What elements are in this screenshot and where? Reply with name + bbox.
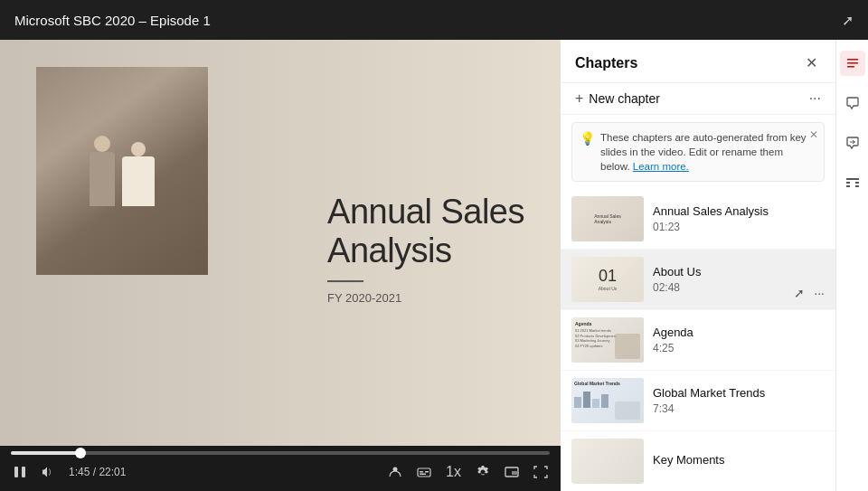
time-display: 1:45 / 22:01: [69, 466, 126, 478]
volume-button[interactable]: [40, 463, 58, 481]
chapters-panel: Chapters ✕ + New chapter ··· 💡 These cha…: [561, 40, 835, 491]
slide-image: Annual Sales Analysis FY 2020-2021: [0, 40, 561, 446]
svg-rect-10: [847, 62, 858, 64]
header: Microsoft SBC 2020 – Episode 1 ➚: [0, 0, 868, 40]
video-content[interactable]: Annual Sales Analysis FY 2020-2021: [0, 40, 561, 446]
slide-text: Annual Sales Analysis FY 2020-2021: [327, 193, 524, 305]
chapter-item[interactable]: Key Moments: [561, 431, 835, 491]
svg-rect-8: [512, 471, 517, 475]
svg-rect-15: [850, 182, 855, 187]
svg-rect-1: [22, 467, 25, 477]
comments-icon-button[interactable]: [840, 90, 865, 116]
svg-rect-11: [847, 66, 854, 68]
learn-more-link[interactable]: Learn more.: [633, 161, 689, 172]
chapter-item[interactable]: Agenda 01 2021 Market trends 02 Products…: [561, 310, 835, 371]
video-title: Microsoft SBC 2020 – Episode 1: [14, 13, 211, 28]
chapters-close-button[interactable]: ✕: [802, 52, 821, 73]
progress-thumb: [75, 448, 86, 458]
chapter-name: About Us: [653, 265, 825, 279]
svg-rect-5: [425, 471, 429, 473]
sidebar-icons: [835, 40, 868, 491]
info-banner: 💡 These chapters are auto-generated from…: [571, 122, 825, 182]
slide-subtitle: FY 2020-2021: [327, 291, 524, 305]
chapters-list: Annual SalesAnalysis Annual Sales Analys…: [561, 189, 835, 491]
svg-rect-6: [420, 474, 426, 476]
chapter-actions: ➚ ···: [792, 284, 826, 302]
chapter-thumb: Annual SalesAnalysis: [571, 196, 644, 241]
chapter-name: Global Market Trends: [653, 386, 825, 400]
chapter-name: Annual Sales Analysis: [653, 204, 825, 218]
add-chapter-row[interactable]: + New chapter ···: [561, 83, 835, 115]
main-area: Annual Sales Analysis FY 2020-2021: [0, 40, 868, 491]
controls-right: 1x: [386, 462, 550, 482]
chapter-more-button[interactable]: ···: [812, 284, 826, 302]
slide-main-title: Annual Sales Analysis: [327, 193, 524, 271]
chapter-thumb: [571, 439, 644, 484]
right-panel: Chapters ✕ + New chapter ··· 💡 These cha…: [561, 40, 868, 491]
chapter-thumb: Global Market Trends: [571, 378, 644, 423]
chapter-time: 4:25: [653, 342, 825, 354]
chapters-header-actions: ✕: [802, 52, 821, 73]
svg-rect-4: [420, 471, 423, 473]
chapter-time: 7:34: [653, 402, 825, 415]
captions-button[interactable]: [415, 463, 433, 481]
chapter-thumb: Agenda 01 2021 Market trends 02 Products…: [571, 317, 644, 363]
svg-rect-12: [846, 178, 859, 180]
chapters-title: Chapters: [575, 55, 637, 71]
chapter-item[interactable]: 01 About Us About Us 02:48 ➚ ···: [561, 250, 835, 310]
controls-left: 1:45 / 22:01: [11, 463, 126, 481]
chapter-thumb: 01 About Us: [571, 257, 644, 302]
controls-row: 1:45 / 22:01: [11, 462, 550, 482]
speed-button[interactable]: 1x: [444, 462, 463, 482]
progress-bar[interactable]: [11, 451, 550, 455]
share-icon[interactable]: ➚: [842, 12, 854, 29]
pip-button[interactable]: [503, 463, 521, 481]
svg-rect-0: [14, 467, 18, 477]
chapter-name: Key Moments: [653, 453, 825, 467]
info-banner-close-button[interactable]: ✕: [809, 128, 818, 141]
svg-rect-9: [847, 59, 858, 61]
settings-button[interactable]: [474, 463, 492, 481]
chapter-info: Annual Sales Analysis 01:23: [653, 204, 825, 233]
add-chapter-plus-icon: +: [575, 90, 583, 107]
chapters-icon-button[interactable]: [840, 51, 865, 76]
fullscreen-button[interactable]: [532, 463, 550, 481]
chapter-share-button[interactable]: ➚: [792, 284, 807, 302]
slide-photo: [36, 67, 208, 275]
progress-fill: [11, 451, 80, 455]
chapter-item[interactable]: Annual SalesAnalysis Annual Sales Analys…: [561, 189, 835, 250]
chapter-info: Global Market Trends 7:34: [653, 386, 825, 415]
chapter-item[interactable]: Global Market Trends Global Market Trend: [561, 371, 835, 431]
chapter-time: 01:23: [653, 221, 825, 233]
video-area: Annual Sales Analysis FY 2020-2021: [0, 40, 561, 491]
chapter-info: Agenda 4:25: [653, 326, 825, 354]
chapters-header: Chapters ✕: [561, 40, 835, 83]
info-icon-button[interactable]: [840, 170, 865, 195]
video-controls: 1:45 / 22:01: [0, 446, 561, 491]
slide-divider: [327, 280, 363, 282]
add-chapter-label: New chapter: [589, 91, 660, 106]
chapter-name: Agenda: [653, 326, 825, 339]
play-pause-button[interactable]: [11, 463, 29, 481]
add-chapter-more-icon[interactable]: ···: [809, 90, 821, 107]
reply-icon-button[interactable]: [840, 130, 865, 156]
people-button[interactable]: [386, 463, 404, 481]
chapter-info: Key Moments: [653, 453, 825, 469]
info-banner-icon: 💡: [580, 131, 595, 146]
svg-rect-3: [418, 468, 430, 477]
info-banner-text: These chapters are auto-generated from k…: [600, 130, 815, 174]
